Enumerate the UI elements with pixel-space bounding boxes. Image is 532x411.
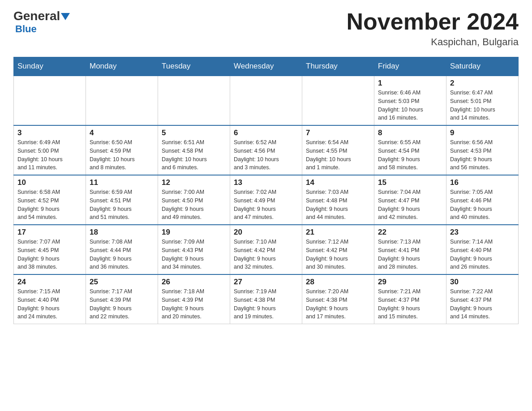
calendar-cell: 25Sunrise: 7:17 AM Sunset: 4:39 PM Dayli…: [86, 274, 158, 324]
day-info: Sunrise: 7:04 AM Sunset: 4:47 PM Dayligh…: [378, 188, 442, 222]
day-info: Sunrise: 7:13 AM Sunset: 4:41 PM Dayligh…: [378, 238, 442, 271]
calendar-cell: 14Sunrise: 7:03 AM Sunset: 4:48 PM Dayli…: [302, 175, 374, 225]
location-subtitle: Kaspichan, Bulgaria: [347, 36, 519, 48]
weekday-header-tuesday: Tuesday: [158, 57, 230, 76]
day-info: Sunrise: 6:56 AM Sunset: 4:53 PM Dayligh…: [450, 138, 515, 172]
calendar-table: SundayMondayTuesdayWednesdayThursdayFrid…: [13, 57, 519, 324]
day-info: Sunrise: 7:09 AM Sunset: 4:43 PM Dayligh…: [162, 238, 226, 271]
calendar-cell: 8Sunrise: 6:55 AM Sunset: 4:54 PM Daylig…: [374, 125, 446, 175]
day-info: Sunrise: 7:05 AM Sunset: 4:46 PM Dayligh…: [450, 188, 515, 222]
day-info: Sunrise: 7:20 AM Sunset: 4:38 PM Dayligh…: [306, 287, 370, 321]
day-info: Sunrise: 7:02 AM Sunset: 4:49 PM Dayligh…: [234, 188, 298, 222]
day-info: Sunrise: 7:18 AM Sunset: 4:39 PM Dayligh…: [162, 287, 226, 321]
calendar-cell: 2Sunrise: 6:47 AM Sunset: 5:01 PM Daylig…: [446, 76, 519, 125]
calendar-cell: 22Sunrise: 7:13 AM Sunset: 4:41 PM Dayli…: [374, 225, 446, 274]
day-info: Sunrise: 6:59 AM Sunset: 4:51 PM Dayligh…: [90, 188, 154, 222]
day-info: Sunrise: 7:17 AM Sunset: 4:39 PM Dayligh…: [90, 287, 154, 321]
day-info: Sunrise: 7:08 AM Sunset: 4:44 PM Dayligh…: [90, 238, 154, 271]
day-number: 29: [378, 278, 442, 287]
calendar-cell: 7Sunrise: 6:54 AM Sunset: 4:55 PM Daylig…: [302, 125, 374, 175]
weekday-header-wednesday: Wednesday: [230, 57, 302, 76]
day-number: 27: [234, 278, 298, 287]
calendar-cell: [230, 76, 302, 125]
calendar-cell: 19Sunrise: 7:09 AM Sunset: 4:43 PM Dayli…: [158, 225, 230, 274]
day-info: Sunrise: 6:54 AM Sunset: 4:55 PM Dayligh…: [306, 138, 370, 172]
day-info: Sunrise: 6:49 AM Sunset: 5:00 PM Dayligh…: [17, 138, 82, 172]
day-info: Sunrise: 6:51 AM Sunset: 4:58 PM Dayligh…: [162, 138, 226, 172]
day-info: Sunrise: 7:07 AM Sunset: 4:45 PM Dayligh…: [17, 238, 82, 271]
day-info: Sunrise: 7:15 AM Sunset: 4:40 PM Dayligh…: [17, 287, 82, 321]
day-info: Sunrise: 7:14 AM Sunset: 4:40 PM Dayligh…: [450, 238, 515, 271]
day-number: 28: [306, 278, 370, 287]
calendar-week-2: 3Sunrise: 6:49 AM Sunset: 5:00 PM Daylig…: [14, 125, 519, 175]
day-number: 6: [234, 128, 298, 137]
day-number: 22: [378, 228, 442, 237]
day-number: 12: [162, 178, 226, 187]
calendar-cell: 27Sunrise: 7:19 AM Sunset: 4:38 PM Dayli…: [230, 274, 302, 324]
weekday-header-friday: Friday: [374, 57, 446, 76]
logo-triangle-icon: [61, 13, 70, 20]
day-info: Sunrise: 7:19 AM Sunset: 4:38 PM Dayligh…: [234, 287, 298, 321]
calendar-cell: 1Sunrise: 6:46 AM Sunset: 5:03 PM Daylig…: [374, 76, 446, 125]
day-number: 17: [17, 228, 82, 237]
calendar-cell: 4Sunrise: 6:50 AM Sunset: 4:59 PM Daylig…: [86, 125, 158, 175]
calendar-week-5: 24Sunrise: 7:15 AM Sunset: 4:40 PM Dayli…: [14, 274, 519, 324]
month-title: November 2024: [347, 9, 519, 34]
calendar-cell: 30Sunrise: 7:22 AM Sunset: 4:37 PM Dayli…: [446, 274, 519, 324]
logo-general-text: General: [13, 9, 60, 23]
calendar-cell: 28Sunrise: 7:20 AM Sunset: 4:38 PM Dayli…: [302, 274, 374, 324]
calendar-cell: 5Sunrise: 6:51 AM Sunset: 4:58 PM Daylig…: [158, 125, 230, 175]
day-number: 23: [450, 228, 515, 237]
calendar-cell: 29Sunrise: 7:21 AM Sunset: 4:37 PM Dayli…: [374, 274, 446, 324]
calendar-cell: [86, 76, 158, 125]
day-number: 10: [17, 178, 82, 187]
day-info: Sunrise: 7:21 AM Sunset: 4:37 PM Dayligh…: [378, 287, 442, 321]
day-number: 30: [450, 278, 515, 287]
day-number: 7: [306, 128, 370, 137]
day-info: Sunrise: 6:47 AM Sunset: 5:01 PM Dayligh…: [450, 89, 515, 122]
day-number: 11: [90, 178, 154, 187]
logo: General Blue: [13, 9, 70, 35]
calendar-week-3: 10Sunrise: 6:58 AM Sunset: 4:52 PM Dayli…: [14, 175, 519, 225]
logo-blue-text: Blue: [15, 23, 37, 35]
weekday-header-sunday: Sunday: [14, 57, 86, 76]
calendar-cell: 6Sunrise: 6:52 AM Sunset: 4:56 PM Daylig…: [230, 125, 302, 175]
page-header: General Blue November 2024 Kaspichan, Bu…: [13, 9, 519, 48]
calendar-cell: 23Sunrise: 7:14 AM Sunset: 4:40 PM Dayli…: [446, 225, 519, 274]
calendar-week-1: 1Sunrise: 6:46 AM Sunset: 5:03 PM Daylig…: [14, 76, 519, 125]
day-number: 18: [90, 228, 154, 237]
day-number: 19: [162, 228, 226, 237]
day-info: Sunrise: 6:46 AM Sunset: 5:03 PM Dayligh…: [378, 89, 442, 122]
day-info: Sunrise: 6:52 AM Sunset: 4:56 PM Dayligh…: [234, 138, 298, 172]
day-number: 3: [17, 128, 82, 137]
calendar-cell: 9Sunrise: 6:56 AM Sunset: 4:53 PM Daylig…: [446, 125, 519, 175]
weekday-header-row: SundayMondayTuesdayWednesdayThursdayFrid…: [14, 57, 519, 76]
day-info: Sunrise: 7:00 AM Sunset: 4:50 PM Dayligh…: [162, 188, 226, 222]
calendar-cell: 18Sunrise: 7:08 AM Sunset: 4:44 PM Dayli…: [86, 225, 158, 274]
calendar-cell: [158, 76, 230, 125]
day-number: 25: [90, 278, 154, 287]
day-number: 4: [90, 128, 154, 137]
calendar-cell: [14, 76, 86, 125]
calendar-cell: 13Sunrise: 7:02 AM Sunset: 4:49 PM Dayli…: [230, 175, 302, 225]
day-info: Sunrise: 7:12 AM Sunset: 4:42 PM Dayligh…: [306, 238, 370, 271]
day-number: 15: [378, 178, 442, 187]
calendar-week-4: 17Sunrise: 7:07 AM Sunset: 4:45 PM Dayli…: [14, 225, 519, 274]
calendar-cell: 12Sunrise: 7:00 AM Sunset: 4:50 PM Dayli…: [158, 175, 230, 225]
day-info: Sunrise: 7:22 AM Sunset: 4:37 PM Dayligh…: [450, 287, 515, 321]
day-number: 2: [450, 79, 515, 88]
weekday-header-saturday: Saturday: [446, 57, 519, 76]
day-info: Sunrise: 6:50 AM Sunset: 4:59 PM Dayligh…: [90, 138, 154, 172]
day-number: 21: [306, 228, 370, 237]
calendar-cell: 15Sunrise: 7:04 AM Sunset: 4:47 PM Dayli…: [374, 175, 446, 225]
calendar-cell: 21Sunrise: 7:12 AM Sunset: 4:42 PM Dayli…: [302, 225, 374, 274]
day-number: 5: [162, 128, 226, 137]
day-info: Sunrise: 7:10 AM Sunset: 4:42 PM Dayligh…: [234, 238, 298, 271]
day-number: 26: [162, 278, 226, 287]
day-number: 13: [234, 178, 298, 187]
calendar-cell: 20Sunrise: 7:10 AM Sunset: 4:42 PM Dayli…: [230, 225, 302, 274]
calendar-cell: 17Sunrise: 7:07 AM Sunset: 4:45 PM Dayli…: [14, 225, 86, 274]
day-number: 1: [378, 79, 442, 88]
weekday-header-thursday: Thursday: [302, 57, 374, 76]
calendar-cell: 10Sunrise: 6:58 AM Sunset: 4:52 PM Dayli…: [14, 175, 86, 225]
